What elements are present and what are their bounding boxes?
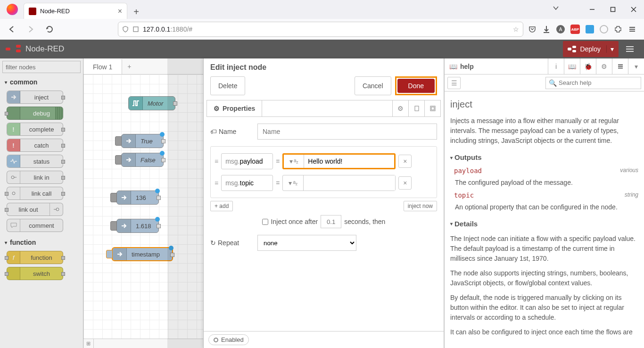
workspace: Flow 1 + ▾ Motor True False 136 1.618 ti… xyxy=(83,58,444,348)
help-heading: inject xyxy=(450,97,638,111)
palette-node-function[interactable]: ffunction xyxy=(7,251,63,264)
palette-node-comment[interactable]: comment xyxy=(7,219,63,232)
palette-node-link-call[interactable]: link call xyxy=(7,187,63,200)
inject-now-button[interactable]: inject now xyxy=(404,201,437,211)
property-name-payload[interactable]: msg. xyxy=(221,153,273,169)
help-search[interactable]: 🔍 xyxy=(545,77,641,89)
inject-once-checkbox[interactable] xyxy=(262,219,268,225)
address-bar[interactable]: 127.0.0.1:1880/# ☆ xyxy=(118,22,523,37)
forward-button[interactable] xyxy=(24,22,38,36)
main-menu-button[interactable] xyxy=(621,41,638,57)
sidebar-debug-icon[interactable]: 🐞 xyxy=(580,58,596,74)
property-value-topic[interactable]: ▾ az xyxy=(282,175,396,191)
palette-category-common[interactable]: ▾common xyxy=(0,75,83,89)
pocket-icon[interactable] xyxy=(528,25,537,33)
downloads-icon[interactable] xyxy=(542,25,551,33)
footer-nav-icon[interactable]: ⊞ xyxy=(83,339,94,348)
sidebar-context-icon[interactable] xyxy=(612,58,628,74)
new-tab-button[interactable]: + xyxy=(129,5,143,19)
workspace-add-tab-button[interactable]: + xyxy=(122,58,136,74)
back-button[interactable] xyxy=(5,22,19,36)
reload-button[interactable] xyxy=(42,22,57,36)
tag-icon: 🏷 xyxy=(210,128,217,135)
deploy-dropdown-icon[interactable]: ▾ xyxy=(606,45,614,53)
details-heading[interactable]: ▾Details xyxy=(450,219,638,230)
outputs-heading[interactable]: ▾Outputs xyxy=(450,152,638,163)
name-input[interactable] xyxy=(257,124,437,140)
details-p1: The Inject node can initiate a flow with… xyxy=(450,234,638,264)
window-minimize-button[interactable] xyxy=(582,0,603,19)
tray-tabs: ⚙Properties ⚙ xyxy=(206,100,441,117)
done-button[interactable]: Done xyxy=(397,79,435,93)
sidebar-tab-help[interactable]: 📖help xyxy=(445,58,548,74)
flow-node-timestamp[interactable]: timestamp xyxy=(112,247,173,261)
topic-value-input[interactable] xyxy=(304,175,395,191)
flow-node-motor[interactable]: Motor xyxy=(128,96,175,110)
flow-node-true[interactable]: True xyxy=(121,134,164,148)
browser-tab[interactable]: Node-RED × xyxy=(24,3,127,19)
property-name-topic[interactable]: msg. xyxy=(221,175,273,191)
app-menu-icon[interactable] xyxy=(628,25,636,33)
extension-icon-1[interactable] xyxy=(586,25,594,33)
tray-title: Edit inject node xyxy=(204,58,444,76)
tray-tab-gear-icon[interactable]: ⚙ xyxy=(392,100,408,116)
drag-handle-icon[interactable]: ≡ xyxy=(215,157,218,165)
account-icon[interactable]: A xyxy=(556,25,565,33)
help-content: inject Injects a message into a flow eit… xyxy=(445,91,644,348)
inject-once-delay-input[interactable] xyxy=(321,215,341,228)
drag-handle-icon[interactable]: ≡ xyxy=(215,179,218,187)
palette-node-debug[interactable]: debug xyxy=(7,107,63,120)
palette-category-function[interactable]: ▾function xyxy=(0,236,83,249)
palette-node-inject[interactable]: inject xyxy=(7,91,63,104)
type-selector-icon[interactable]: ▾ az xyxy=(283,175,304,191)
flow-node-false[interactable]: False xyxy=(121,153,164,167)
delete-row-button[interactable]: × xyxy=(398,176,412,190)
deploy-button[interactable]: Deploy ▾ xyxy=(563,41,619,57)
tabs-dropdown-icon[interactable] xyxy=(553,5,559,11)
tab-title: Node-RED xyxy=(40,8,114,15)
properties-tab[interactable]: ⚙Properties xyxy=(207,100,262,116)
sidebar-info-icon[interactable]: i xyxy=(548,58,564,74)
bookmark-star-icon[interactable]: ☆ xyxy=(513,25,519,33)
sidebar-config-icon[interactable]: ⚙ xyxy=(596,58,612,74)
workspace-tab[interactable]: Flow 1 xyxy=(83,58,122,74)
window-maximize-button[interactable] xyxy=(603,0,623,19)
help-intro: Injects a message into a flow either man… xyxy=(450,116,638,146)
extensions-icon[interactable] xyxy=(614,25,622,33)
deploy-icon xyxy=(568,46,576,52)
enabled-toggle[interactable]: Enabled xyxy=(208,334,249,345)
flow-node-1618[interactable]: 1.618 xyxy=(116,219,159,233)
payload-value-input[interactable] xyxy=(304,155,394,168)
app-header: Node-RED Deploy ▾ xyxy=(0,40,644,58)
cancel-button[interactable]: Cancel xyxy=(355,76,391,95)
inject-once-label: Inject once after xyxy=(271,218,318,225)
window-controls xyxy=(582,0,644,19)
delete-row-button[interactable]: × xyxy=(398,155,412,168)
palette-node-status[interactable]: status xyxy=(7,155,63,168)
extension-icon-2[interactable] xyxy=(600,25,608,33)
sidebar-help-icon[interactable]: 📖 xyxy=(564,58,580,74)
svg-rect-12 xyxy=(572,50,576,52)
palette-node-link-in[interactable]: link in xyxy=(7,171,63,184)
type-selector-icon[interactable]: ▾ az xyxy=(284,155,304,168)
add-property-button[interactable]: + add xyxy=(210,201,233,211)
tray-tab-doc-icon[interactable] xyxy=(408,100,424,116)
arrow-right-icon xyxy=(10,94,17,100)
flow-node-136[interactable]: 136 xyxy=(116,191,159,205)
help-toc-button[interactable]: ☰ xyxy=(447,77,461,89)
adblock-icon[interactable]: ABP xyxy=(570,25,580,34)
palette-node-link-out[interactable]: link out xyxy=(7,203,63,216)
palette-node-complete[interactable]: !complete xyxy=(7,123,63,136)
property-row-topic: ≡ msg. = ▾ az × xyxy=(211,172,437,194)
repeat-select[interactable]: none xyxy=(257,235,356,251)
palette-node-catch[interactable]: !catch xyxy=(7,139,63,152)
svg-rect-1 xyxy=(611,8,615,12)
window-close-button[interactable] xyxy=(623,0,644,19)
tab-close-icon[interactable]: × xyxy=(118,7,122,16)
delete-button[interactable]: Delete xyxy=(210,76,245,95)
palette-node-switch[interactable]: switch xyxy=(7,267,63,280)
palette-filter-input[interactable] xyxy=(2,61,81,73)
sidebar-dropdown-icon[interactable]: ▾ xyxy=(628,58,644,74)
tray-tab-appearance-icon[interactable] xyxy=(424,100,440,116)
property-value-payload[interactable]: ▾ az xyxy=(282,153,396,169)
